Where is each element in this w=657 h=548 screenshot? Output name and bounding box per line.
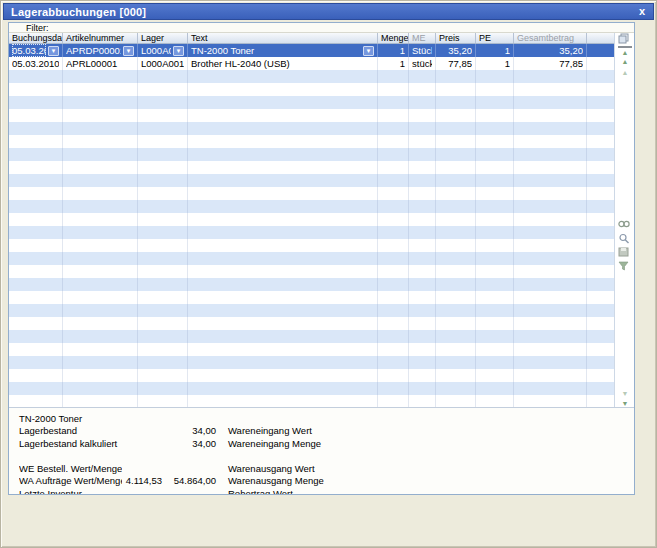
table-row-empty[interactable] (9, 200, 615, 213)
table-cell (409, 226, 436, 239)
table-cell[interactable] (587, 44, 615, 57)
table-cell (378, 109, 409, 122)
filter-row[interactable]: Filter: (9, 23, 634, 33)
table-row-empty[interactable] (9, 304, 615, 317)
table-row-empty[interactable] (9, 148, 615, 161)
table-row-empty[interactable] (9, 382, 615, 395)
table-cell (476, 252, 514, 265)
column-header-lager[interactable]: Lager (138, 33, 188, 43)
table-row-empty[interactable] (9, 317, 615, 330)
magnifier-icon[interactable] (618, 233, 632, 244)
dropdown-icon[interactable]: ▼ (123, 46, 134, 56)
table-row-empty[interactable] (9, 265, 615, 278)
table-cell (63, 70, 138, 83)
filter-funnel-icon[interactable] (618, 261, 632, 272)
table-row-empty[interactable] (9, 239, 615, 252)
table-cell[interactable]: 77,85 (514, 57, 587, 70)
table-row[interactable]: 05.03.2010▼APRDP00001▼L000A001▼TN-2000 T… (9, 44, 615, 57)
column-picker-icon[interactable] (618, 33, 632, 44)
close-icon[interactable]: x (631, 4, 653, 19)
table-row-empty[interactable] (9, 109, 615, 122)
table-row-empty[interactable] (9, 330, 615, 343)
table-cell[interactable]: APRL00001 (63, 57, 138, 70)
table-row-empty[interactable] (9, 356, 615, 369)
table-cell (188, 356, 378, 369)
row-up-icon[interactable]: ▲ (618, 68, 632, 79)
table-cell (476, 317, 514, 330)
table-cell[interactable]: L000A001▼ (138, 44, 188, 57)
table-cell (138, 135, 188, 148)
table-row-empty[interactable] (9, 70, 615, 83)
column-header-buchungsdatum[interactable]: Buchungsdatum (9, 33, 63, 43)
binoculars-icon[interactable] (618, 219, 632, 230)
table-row-empty[interactable] (9, 161, 615, 174)
table-cell (138, 122, 188, 135)
table-cell[interactable]: Stück (409, 44, 436, 57)
table-cell (9, 174, 63, 187)
table-cell[interactable]: 1 (378, 44, 409, 57)
table-cell[interactable]: APRDP00001▼ (63, 44, 138, 57)
dropdown-icon[interactable]: ▼ (173, 46, 184, 56)
table-cell (409, 213, 436, 226)
table-cell (409, 96, 436, 109)
table-cell[interactable]: stück (409, 57, 436, 70)
cell-text: 1 (479, 57, 510, 70)
table-row-empty[interactable] (9, 187, 615, 200)
column-header-preis[interactable]: Preis (436, 33, 476, 43)
column-header-artikelnummer[interactable]: Artikelnummer (63, 33, 138, 43)
cell-text: stück (412, 57, 432, 70)
table-row-empty[interactable] (9, 291, 615, 304)
table-row-empty[interactable] (9, 343, 615, 356)
table-row-empty[interactable] (9, 252, 615, 265)
table-cell[interactable]: TN-2000 Toner▼ (188, 44, 378, 57)
table-cell[interactable]: 05.03.2010▼ (9, 44, 63, 57)
table-cell[interactable] (587, 57, 615, 70)
table-cell[interactable]: Brother HL-2040 (USB) (188, 57, 378, 70)
table-cell[interactable]: 1 (378, 57, 409, 70)
table-row-empty[interactable] (9, 226, 615, 239)
table-row-empty[interactable] (9, 83, 615, 96)
table-cell (63, 265, 138, 278)
table-row-empty[interactable] (9, 369, 615, 382)
title-bar[interactable]: Lagerabbuchungen [000] x (3, 3, 654, 20)
save-icon[interactable] (618, 247, 632, 258)
dropdown-icon[interactable]: ▼ (363, 46, 374, 56)
dropdown-icon[interactable]: ▼ (48, 46, 59, 56)
table-cell (476, 343, 514, 356)
column-header-menge[interactable]: Menge (378, 33, 409, 43)
table-cell (188, 135, 378, 148)
table-row[interactable]: 05.03.2010APRL00001L000A001Brother HL-20… (9, 57, 615, 70)
summary-row: Lagerbestand kalkuliert34,00Wareneingang… (9, 438, 634, 451)
table-cell (476, 122, 514, 135)
table-cell[interactable]: 1 (476, 44, 514, 57)
table-cell (436, 200, 476, 213)
table-cell (476, 265, 514, 278)
column-header-gesamtbetrag[interactable]: Gesamtbetrag (514, 33, 587, 43)
table-row-empty[interactable] (9, 135, 615, 148)
column-header-pe[interactable]: PE (476, 33, 514, 43)
table-row-empty[interactable] (9, 122, 615, 135)
table-cell (9, 304, 63, 317)
scroll-top-icon[interactable]: ▲ (618, 46, 632, 57)
summary-value (122, 488, 162, 496)
table-row-empty[interactable] (9, 96, 615, 109)
table-cell[interactable]: L000A001 (138, 57, 188, 70)
table-cell[interactable]: 35,20 (436, 44, 476, 57)
scroll-up-icon[interactable]: ▲ (618, 57, 632, 68)
column-header-me[interactable]: ME (409, 33, 436, 43)
table-cell[interactable]: 05.03.2010 (9, 57, 63, 70)
column-header-text[interactable]: Text (188, 33, 378, 43)
cell-text: L000A001 (141, 44, 171, 57)
table-row-empty[interactable] (9, 278, 615, 291)
table-row-empty[interactable] (9, 213, 615, 226)
table-cell (476, 291, 514, 304)
table-cell (138, 226, 188, 239)
table-cell[interactable]: 1 (476, 57, 514, 70)
table-cell[interactable]: 35,20 (514, 44, 587, 57)
table-cell[interactable]: 77,85 (436, 57, 476, 70)
table-cell (63, 317, 138, 330)
table-cell (138, 369, 188, 382)
table-row-empty[interactable] (9, 174, 615, 187)
table-cell (378, 135, 409, 148)
table-cell (188, 148, 378, 161)
